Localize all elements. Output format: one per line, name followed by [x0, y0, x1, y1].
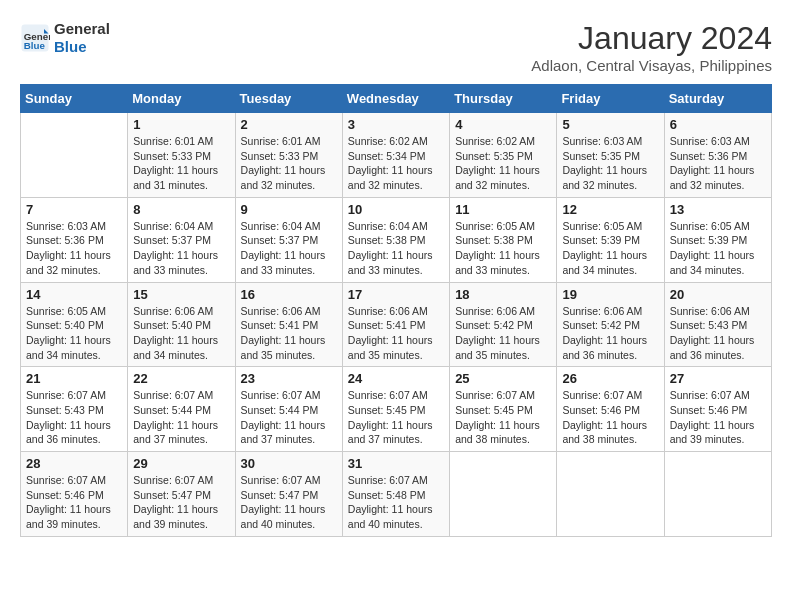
day-number: 15	[133, 287, 229, 302]
weekday-header: Thursday	[450, 85, 557, 113]
calendar-cell: 5 Sunrise: 6:03 AM Sunset: 5:35 PM Dayli…	[557, 113, 664, 198]
day-detail: Sunrise: 6:05 AM Sunset: 5:40 PM Dayligh…	[26, 304, 122, 363]
weekday-header: Monday	[128, 85, 235, 113]
logo-text-blue: Blue	[54, 38, 110, 56]
day-detail: Sunrise: 6:07 AM Sunset: 5:46 PM Dayligh…	[26, 473, 122, 532]
day-number: 13	[670, 202, 766, 217]
day-number: 6	[670, 117, 766, 132]
day-detail: Sunrise: 6:05 AM Sunset: 5:39 PM Dayligh…	[670, 219, 766, 278]
day-number: 5	[562, 117, 658, 132]
calendar-cell: 27 Sunrise: 6:07 AM Sunset: 5:46 PM Dayl…	[664, 367, 771, 452]
weekday-header: Friday	[557, 85, 664, 113]
calendar-cell: 26 Sunrise: 6:07 AM Sunset: 5:46 PM Dayl…	[557, 367, 664, 452]
logo: General Blue General Blue	[20, 20, 110, 56]
calendar-cell: 10 Sunrise: 6:04 AM Sunset: 5:38 PM Dayl…	[342, 197, 449, 282]
day-detail: Sunrise: 6:07 AM Sunset: 5:47 PM Dayligh…	[241, 473, 337, 532]
calendar-cell: 17 Sunrise: 6:06 AM Sunset: 5:41 PM Dayl…	[342, 282, 449, 367]
location: Adlaon, Central Visayas, Philippines	[531, 57, 772, 74]
calendar-cell: 22 Sunrise: 6:07 AM Sunset: 5:44 PM Dayl…	[128, 367, 235, 452]
day-number: 24	[348, 371, 444, 386]
calendar-cell: 3 Sunrise: 6:02 AM Sunset: 5:34 PM Dayli…	[342, 113, 449, 198]
day-detail: Sunrise: 6:07 AM Sunset: 5:47 PM Dayligh…	[133, 473, 229, 532]
day-number: 20	[670, 287, 766, 302]
day-detail: Sunrise: 6:04 AM Sunset: 5:37 PM Dayligh…	[133, 219, 229, 278]
day-detail: Sunrise: 6:04 AM Sunset: 5:37 PM Dayligh…	[241, 219, 337, 278]
logo-text-general: General	[54, 20, 110, 38]
calendar-table: SundayMondayTuesdayWednesdayThursdayFrid…	[20, 84, 772, 537]
day-number: 31	[348, 456, 444, 471]
svg-text:Blue: Blue	[24, 40, 46, 51]
calendar-cell	[557, 452, 664, 537]
logo-icon: General Blue	[20, 23, 50, 53]
calendar-header: SundayMondayTuesdayWednesdayThursdayFrid…	[21, 85, 772, 113]
calendar-cell	[664, 452, 771, 537]
day-number: 18	[455, 287, 551, 302]
day-number: 7	[26, 202, 122, 217]
title-block: January 2024 Adlaon, Central Visayas, Ph…	[531, 20, 772, 74]
calendar-cell: 2 Sunrise: 6:01 AM Sunset: 5:33 PM Dayli…	[235, 113, 342, 198]
day-detail: Sunrise: 6:01 AM Sunset: 5:33 PM Dayligh…	[241, 134, 337, 193]
calendar-cell: 15 Sunrise: 6:06 AM Sunset: 5:40 PM Dayl…	[128, 282, 235, 367]
calendar-cell: 9 Sunrise: 6:04 AM Sunset: 5:37 PM Dayli…	[235, 197, 342, 282]
day-detail: Sunrise: 6:03 AM Sunset: 5:35 PM Dayligh…	[562, 134, 658, 193]
weekday-header: Sunday	[21, 85, 128, 113]
day-number: 2	[241, 117, 337, 132]
page-header: General Blue General Blue January 2024 A…	[20, 20, 772, 74]
day-detail: Sunrise: 6:07 AM Sunset: 5:46 PM Dayligh…	[670, 388, 766, 447]
calendar-cell	[450, 452, 557, 537]
day-detail: Sunrise: 6:07 AM Sunset: 5:45 PM Dayligh…	[455, 388, 551, 447]
calendar-cell: 13 Sunrise: 6:05 AM Sunset: 5:39 PM Dayl…	[664, 197, 771, 282]
day-number: 27	[670, 371, 766, 386]
day-detail: Sunrise: 6:02 AM Sunset: 5:34 PM Dayligh…	[348, 134, 444, 193]
day-detail: Sunrise: 6:05 AM Sunset: 5:39 PM Dayligh…	[562, 219, 658, 278]
day-number: 25	[455, 371, 551, 386]
month-title: January 2024	[531, 20, 772, 57]
calendar-cell: 31 Sunrise: 6:07 AM Sunset: 5:48 PM Dayl…	[342, 452, 449, 537]
day-detail: Sunrise: 6:03 AM Sunset: 5:36 PM Dayligh…	[670, 134, 766, 193]
calendar-cell: 29 Sunrise: 6:07 AM Sunset: 5:47 PM Dayl…	[128, 452, 235, 537]
day-number: 17	[348, 287, 444, 302]
day-detail: Sunrise: 6:07 AM Sunset: 5:48 PM Dayligh…	[348, 473, 444, 532]
day-detail: Sunrise: 6:02 AM Sunset: 5:35 PM Dayligh…	[455, 134, 551, 193]
calendar-cell: 25 Sunrise: 6:07 AM Sunset: 5:45 PM Dayl…	[450, 367, 557, 452]
day-detail: Sunrise: 6:06 AM Sunset: 5:41 PM Dayligh…	[348, 304, 444, 363]
day-number: 23	[241, 371, 337, 386]
day-number: 8	[133, 202, 229, 217]
calendar-cell: 18 Sunrise: 6:06 AM Sunset: 5:42 PM Dayl…	[450, 282, 557, 367]
day-number: 21	[26, 371, 122, 386]
day-detail: Sunrise: 6:06 AM Sunset: 5:40 PM Dayligh…	[133, 304, 229, 363]
day-number: 29	[133, 456, 229, 471]
weekday-header: Saturday	[664, 85, 771, 113]
calendar-cell: 20 Sunrise: 6:06 AM Sunset: 5:43 PM Dayl…	[664, 282, 771, 367]
day-detail: Sunrise: 6:07 AM Sunset: 5:43 PM Dayligh…	[26, 388, 122, 447]
calendar-body: 1 Sunrise: 6:01 AM Sunset: 5:33 PM Dayli…	[21, 113, 772, 537]
calendar-cell: 1 Sunrise: 6:01 AM Sunset: 5:33 PM Dayli…	[128, 113, 235, 198]
day-detail: Sunrise: 6:04 AM Sunset: 5:38 PM Dayligh…	[348, 219, 444, 278]
calendar-cell: 16 Sunrise: 6:06 AM Sunset: 5:41 PM Dayl…	[235, 282, 342, 367]
calendar-cell: 21 Sunrise: 6:07 AM Sunset: 5:43 PM Dayl…	[21, 367, 128, 452]
day-number: 1	[133, 117, 229, 132]
day-detail: Sunrise: 6:05 AM Sunset: 5:38 PM Dayligh…	[455, 219, 551, 278]
day-detail: Sunrise: 6:03 AM Sunset: 5:36 PM Dayligh…	[26, 219, 122, 278]
day-number: 12	[562, 202, 658, 217]
calendar-cell: 24 Sunrise: 6:07 AM Sunset: 5:45 PM Dayl…	[342, 367, 449, 452]
day-number: 19	[562, 287, 658, 302]
weekday-header: Wednesday	[342, 85, 449, 113]
day-detail: Sunrise: 6:01 AM Sunset: 5:33 PM Dayligh…	[133, 134, 229, 193]
day-number: 22	[133, 371, 229, 386]
day-number: 9	[241, 202, 337, 217]
day-number: 10	[348, 202, 444, 217]
day-detail: Sunrise: 6:06 AM Sunset: 5:41 PM Dayligh…	[241, 304, 337, 363]
day-detail: Sunrise: 6:06 AM Sunset: 5:42 PM Dayligh…	[455, 304, 551, 363]
calendar-cell: 8 Sunrise: 6:04 AM Sunset: 5:37 PM Dayli…	[128, 197, 235, 282]
calendar-cell	[21, 113, 128, 198]
day-number: 26	[562, 371, 658, 386]
calendar-cell: 12 Sunrise: 6:05 AM Sunset: 5:39 PM Dayl…	[557, 197, 664, 282]
calendar-cell: 30 Sunrise: 6:07 AM Sunset: 5:47 PM Dayl…	[235, 452, 342, 537]
calendar-cell: 28 Sunrise: 6:07 AM Sunset: 5:46 PM Dayl…	[21, 452, 128, 537]
day-detail: Sunrise: 6:06 AM Sunset: 5:43 PM Dayligh…	[670, 304, 766, 363]
calendar-cell: 4 Sunrise: 6:02 AM Sunset: 5:35 PM Dayli…	[450, 113, 557, 198]
day-number: 4	[455, 117, 551, 132]
day-number: 28	[26, 456, 122, 471]
day-detail: Sunrise: 6:07 AM Sunset: 5:44 PM Dayligh…	[133, 388, 229, 447]
